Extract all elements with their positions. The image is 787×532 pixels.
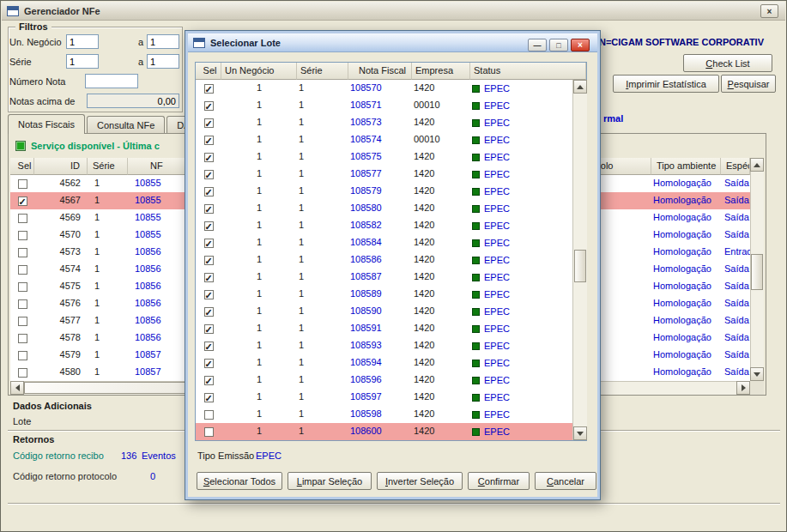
column-header-sel[interactable]: Sel — [10, 158, 34, 175]
un-negocio-from-input[interactable] — [66, 34, 99, 49]
lote-row[interactable]: 1 1 108577 1420 EPEC — [196, 166, 572, 183]
row-checkbox[interactable] — [204, 170, 214, 179]
notas-acima-input[interactable] — [87, 94, 179, 108]
row-checkbox[interactable] — [18, 196, 27, 206]
scroll-up-icon[interactable] — [573, 80, 587, 94]
lote-row[interactable]: 1 1 108571 00010 EPEC — [196, 97, 572, 114]
row-checkbox[interactable] — [18, 214, 27, 223]
un-negocio-to-input[interactable] — [147, 34, 179, 49]
row-checkbox[interactable] — [204, 221, 214, 231]
lote-grid-vscrollbar[interactable] — [572, 80, 587, 440]
lote-row[interactable]: 1 1 108591 1420 EPEC — [196, 320, 572, 337]
tab-consulta-nfe[interactable]: Consulta NFe — [87, 116, 165, 134]
row-checkbox[interactable] — [204, 324, 214, 334]
row-checkbox[interactable] — [18, 299, 27, 309]
lote-row[interactable]: 1 1 108584 1420 EPEC — [196, 234, 572, 251]
scroll-left-icon[interactable] — [10, 381, 24, 395]
serie-from-input[interactable] — [66, 54, 99, 69]
lote-row[interactable]: 1 1 108593 1420 EPEC — [196, 337, 572, 354]
eventos-link[interactable]: Eventos — [142, 450, 176, 461]
row-checkbox[interactable] — [204, 290, 214, 299]
lote-row[interactable]: 1 1 108594 1420 EPEC — [196, 354, 572, 372]
lote-row[interactable]: 1 1 108579 1420 EPEC — [196, 183, 572, 200]
column-header-id[interactable]: ID — [34, 158, 88, 175]
lote-row[interactable]: 1 1 108573 1420 EPEC — [196, 114, 572, 131]
column-header-especie[interactable]: Espécie — [721, 158, 750, 175]
row-checkbox[interactable] — [18, 231, 27, 240]
scroll-down-icon[interactable] — [750, 367, 764, 381]
lote-row[interactable]: 1 1 108597 1420 EPEC — [196, 389, 572, 406]
minimize-icon[interactable]: — — [528, 39, 547, 51]
row-checkbox[interactable] — [18, 248, 27, 257]
row-checkbox[interactable] — [204, 307, 214, 317]
confirmar-button[interactable]: Confirmar — [468, 472, 530, 490]
maximize-icon[interactable]: □ — [549, 39, 568, 51]
vscroll-thumb[interactable] — [751, 254, 763, 290]
lote-row[interactable]: 1 1 108587 1420 EPEC — [196, 269, 572, 286]
row-checkbox[interactable] — [204, 273, 214, 282]
row-checkbox[interactable] — [18, 179, 27, 189]
cancelar-button[interactable]: Cancelar — [535, 472, 596, 490]
numero-nota-input[interactable] — [85, 74, 138, 88]
row-checkbox[interactable] — [204, 427, 214, 437]
inverter-selecao-button[interactable]: Inverter Seleção — [377, 472, 463, 490]
lote-row[interactable]: 1 1 108598 1420 EPEC — [196, 406, 572, 423]
cell-tipo-ambiente: Homologação — [651, 295, 721, 312]
column-header-tipo-ambiente[interactable]: Tipo ambiente — [651, 158, 721, 175]
row-checkbox[interactable] — [18, 334, 27, 343]
column-header-serie[interactable]: Série — [88, 158, 128, 175]
check-list-button[interactable]: Check List — [683, 54, 772, 72]
row-checkbox[interactable] — [204, 118, 214, 128]
lote-row[interactable]: 1 1 108589 1420 EPEC — [196, 286, 572, 303]
scroll-up-icon[interactable] — [750, 158, 764, 172]
lote-row[interactable]: 1 1 108575 1420 EPEC — [196, 148, 572, 166]
row-checkbox[interactable] — [18, 265, 27, 275]
column-header-sel[interactable]: Sel — [196, 63, 221, 80]
lote-row[interactable]: 1 1 108574 00010 EPEC — [196, 131, 572, 148]
row-checkbox[interactable] — [204, 393, 214, 402]
main-grid-vscrollbar[interactable] — [750, 158, 764, 381]
column-header-nota-fiscal[interactable]: Nota Fiscal — [348, 63, 412, 80]
lote-row[interactable]: 1 1 108590 1420 EPEC — [196, 303, 572, 320]
row-checkbox[interactable] — [204, 153, 214, 162]
column-header-empresa[interactable]: Empresa — [412, 63, 470, 80]
pesquisar-button[interactable]: Pesquisar — [721, 75, 776, 93]
row-checkbox[interactable] — [204, 204, 214, 214]
close-icon[interactable]: × — [760, 4, 778, 18]
lote-row[interactable]: 1 1 108580 1420 EPEC — [196, 200, 572, 217]
imprimir-estatistica-button[interactable]: Imprimir Estatística — [613, 75, 719, 93]
lote-row[interactable]: 1 1 108586 1420 EPEC — [196, 251, 572, 269]
close-icon[interactable]: × — [571, 39, 590, 51]
row-checkbox[interactable] — [18, 317, 27, 326]
limpar-selecao-button[interactable]: Limpar Seleção — [288, 472, 372, 490]
row-checkbox[interactable] — [204, 136, 214, 145]
lote-row[interactable]: 1 1 108570 1420 EPEC — [196, 80, 572, 97]
vscroll-thumb[interactable] — [574, 250, 586, 282]
row-checkbox[interactable] — [18, 351, 27, 360]
cell-especie: Saída — [721, 364, 750, 381]
selecionar-todos-button[interactable]: Selecionar Todos — [197, 472, 282, 490]
row-checkbox[interactable] — [18, 368, 27, 378]
serie-to-input[interactable] — [147, 54, 179, 69]
row-checkbox[interactable] — [204, 359, 214, 368]
lote-row[interactable]: 1 1 108596 1420 EPEC — [196, 372, 572, 389]
row-checkbox[interactable] — [204, 239, 214, 248]
column-header-serie[interactable]: Série — [297, 63, 348, 80]
scroll-down-icon[interactable] — [573, 426, 587, 440]
row-checkbox[interactable] — [204, 187, 214, 196]
row-checkbox[interactable] — [204, 101, 214, 111]
tab-notas-fiscais[interactable]: Notas Fiscais — [8, 114, 85, 134]
row-checkbox[interactable] — [204, 256, 214, 265]
row-checkbox[interactable] — [204, 376, 214, 385]
column-header-status[interactable]: Status — [470, 63, 586, 80]
lote-row[interactable]: 1 1 108600 1420 EPEC — [196, 423, 572, 440]
cell-serie: 1 — [297, 234, 348, 251]
row-checkbox[interactable] — [204, 410, 214, 420]
row-checkbox[interactable] — [204, 342, 214, 351]
row-checkbox[interactable] — [18, 282, 27, 292]
cell-sel — [196, 269, 221, 286]
column-header-un-negocio[interactable]: Un Negócio — [221, 63, 297, 80]
scroll-right-icon[interactable] — [736, 381, 750, 395]
row-checkbox[interactable] — [204, 84, 214, 94]
lote-row[interactable]: 1 1 108582 1420 EPEC — [196, 217, 572, 234]
